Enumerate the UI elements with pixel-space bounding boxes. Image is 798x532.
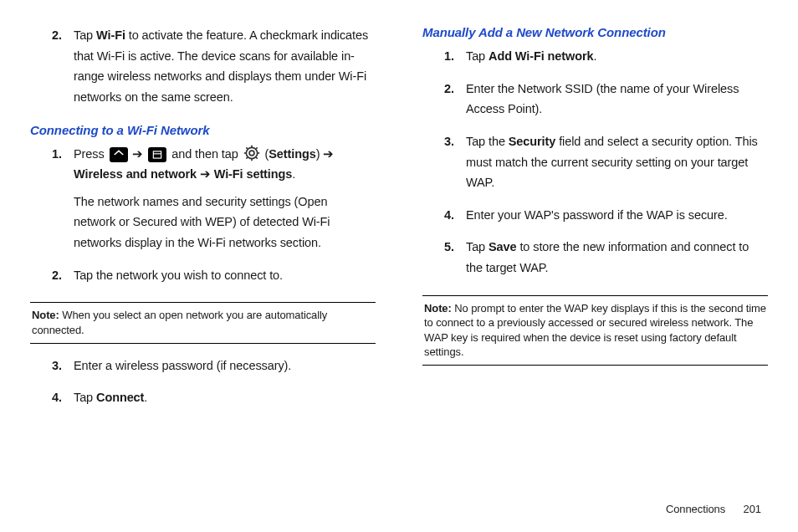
bold-wifi: Wi-Fi (96, 28, 125, 42)
connect-step-1: 1. Press ➔ and then tap (30, 144, 376, 260)
text: and then tap (171, 147, 241, 161)
text: Tap (74, 391, 96, 404)
connect-step-4: 4. Tap Connect. (30, 387, 376, 415)
svg-rect-0 (154, 151, 161, 157)
text: Enter your WAP's password if the WAP is … (466, 205, 761, 226)
menu-icon (148, 147, 166, 162)
text: Tap the network you wish to connect to. (74, 265, 369, 286)
left-column: 2. Tap Wi-Fi to activate the feature. A … (30, 25, 376, 420)
text: . (144, 391, 147, 404)
footer-page-number: 201 (744, 503, 761, 515)
step-body: Tap Connect. (74, 387, 376, 415)
step-number: 2. (441, 79, 466, 126)
footer-section: Connections (666, 503, 725, 515)
bold-settings: Settings (269, 147, 315, 161)
intro-step-2: 2. Tap Wi-Fi to activate the feature. A … (30, 25, 376, 115)
svg-line-9 (256, 157, 258, 159)
step-number: 4. (441, 205, 466, 233)
bold-connect: Connect (96, 391, 144, 404)
text: Enter a wireless password (if necessary)… (74, 356, 369, 376)
manual-step-4: 4. Enter your WAP's password if the WAP … (422, 205, 768, 233)
svg-point-3 (249, 151, 254, 156)
arrow-text: ➔ (132, 147, 146, 161)
text: Tap (466, 49, 489, 63)
followup-text: The network names and security settings … (74, 192, 369, 253)
bold-security: Security (509, 135, 555, 148)
bold-wifi-settings: Wi-Fi settings (214, 167, 293, 181)
text: . (292, 167, 295, 181)
note-text: When you select an open network you are … (32, 309, 327, 336)
subheading-manual-add: Manually Add a New Network Connection (422, 25, 768, 39)
step-number: 5. (441, 237, 466, 284)
text: Enter the Network SSID (the name of your… (466, 79, 761, 120)
note-open-network: Note: When you select an open network yo… (30, 302, 376, 343)
svg-line-11 (256, 147, 258, 149)
svg-point-2 (246, 147, 257, 158)
step-body: Tap the Security field and select a secu… (466, 131, 768, 200)
manual-step-3: 3. Tap the Security field and select a s… (422, 131, 768, 200)
bold-wireless-network: Wireless and network (74, 167, 197, 181)
right-column: Manually Add a New Network Connection 1.… (422, 25, 768, 420)
step-number: 2. (49, 25, 74, 115)
text: Press (74, 147, 108, 161)
page-footer: Connections 201 (666, 503, 761, 515)
connect-step-3: 3. Enter a wireless password (if necessa… (30, 356, 376, 383)
home-icon (110, 147, 128, 162)
text: Tap (74, 28, 96, 42)
step-body: Tap the network you wish to connect to. (74, 265, 376, 293)
step-number: 1. (441, 46, 466, 74)
manual-step-5: 5. Tap Save to store the new information… (422, 237, 768, 284)
note-wap-key: Note: No prompt to enter the WAP key dis… (422, 295, 768, 366)
step-body: Enter the Network SSID (the name of your… (466, 79, 768, 126)
text: ) ➔ (316, 147, 335, 161)
step-number: 1. (49, 144, 74, 260)
two-column-layout: 2. Tap Wi-Fi to activate the feature. A … (30, 25, 768, 420)
step-body: Press ➔ and then tap (Settings) ➔ Wirele… (74, 144, 376, 260)
text: Tap (466, 240, 489, 253)
note-label: Note: (424, 302, 452, 315)
settings-icon (243, 145, 261, 161)
step-body: Enter your WAP's password if the WAP is … (466, 205, 768, 233)
step-body: Enter a wireless password (if necessary)… (74, 356, 376, 383)
svg-line-10 (246, 157, 248, 159)
step-number: 3. (441, 131, 466, 200)
subheading-connecting: Connecting to a Wi-Fi Network (30, 123, 376, 137)
manual-step-1: 1. Tap Add Wi-Fi network. (422, 46, 768, 74)
step-body: Tap Add Wi-Fi network. (466, 46, 768, 74)
step-number: 4. (49, 387, 74, 415)
step-number: 2. (49, 265, 74, 293)
svg-line-8 (246, 147, 248, 149)
step-number: 3. (49, 356, 74, 383)
step-body: Tap Save to store the new information an… (466, 237, 768, 284)
note-label: Note: (32, 309, 59, 321)
text: . (593, 49, 596, 63)
text: Tap the (466, 135, 509, 148)
note-text: No prompt to enter the WAP key displays … (424, 302, 766, 359)
text: ➔ (197, 167, 214, 181)
connect-step-2: 2. Tap the network you wish to connect t… (30, 265, 376, 293)
manual-step-2: 2. Enter the Network SSID (the name of y… (422, 79, 768, 126)
step-body: Tap Wi-Fi to activate the feature. A che… (74, 25, 376, 115)
bold-save: Save (489, 240, 516, 253)
bold-add-wifi: Add Wi-Fi network (489, 49, 593, 63)
